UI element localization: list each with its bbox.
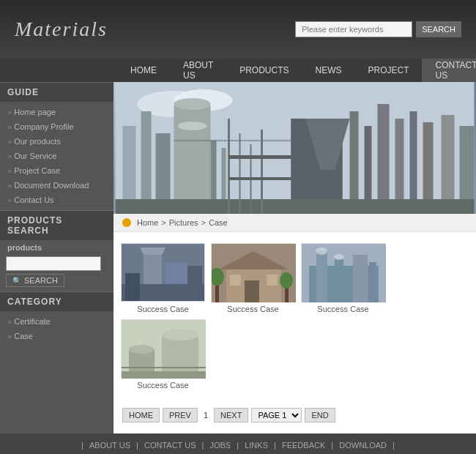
case-thumb-4[interactable] — [121, 319, 205, 378]
pagination: HOME PREV 1 NEXT PAGE 1 END — [114, 401, 476, 430]
sidebar-item-service[interactable]: Our Service — [0, 149, 114, 163]
main-layout: GUIDE Home page Company Profile Our prod… — [0, 82, 476, 433]
case-label-4: Success Case — [121, 381, 205, 390]
svg-rect-15 — [350, 111, 359, 214]
footer-links: | ABOUT US | CONTACT US | JOBS | LINKS |… — [7, 441, 469, 450]
footer-about[interactable]: ABOUT US — [89, 441, 130, 450]
products-label: products — [0, 240, 114, 252]
svg-rect-36 — [125, 273, 140, 302]
content-area: Home > Pictures > Case — [114, 82, 476, 433]
sidebar-item-project[interactable]: Project Case — [0, 163, 114, 178]
case-item-4: Success Case — [121, 319, 205, 390]
svg-point-47 — [280, 272, 293, 289]
products-search-input[interactable] — [6, 256, 101, 271]
case-thumb-3[interactable] — [301, 243, 385, 302]
svg-rect-41 — [245, 280, 259, 302]
footer-contact[interactable]: CONTACT US — [144, 441, 196, 450]
sidebar-item-case[interactable]: Case — [0, 329, 114, 343]
nav-project[interactable]: PROJECT — [354, 59, 422, 82]
svg-rect-61 — [122, 371, 206, 379]
pagination-page-num: 1 — [201, 411, 211, 420]
search-area: SEARCH — [295, 21, 461, 37]
case-label-2: Success Case — [211, 305, 295, 313]
svg-point-7 — [174, 98, 211, 110]
svg-rect-37 — [187, 266, 202, 302]
svg-rect-53 — [369, 262, 376, 302]
products-search-title: PRODUCTS SEARCH — [0, 210, 114, 240]
footer-sep: | — [81, 441, 86, 450]
svg-rect-23 — [116, 199, 475, 214]
products-search-button[interactable]: SEARCH — [6, 274, 64, 287]
sidebar: GUIDE Home page Company Profile Our prod… — [0, 82, 114, 433]
svg-marker-34 — [140, 248, 166, 255]
svg-rect-21 — [442, 115, 455, 214]
hero-banner — [114, 82, 476, 214]
case-item-2: Success Case — [211, 243, 295, 313]
pagination-end[interactable]: END — [305, 408, 335, 423]
svg-point-8 — [178, 122, 207, 130]
sidebar-item-certificate[interactable]: Certificate — [0, 314, 114, 329]
pagination-page-select[interactable]: PAGE 1 — [251, 408, 302, 423]
svg-point-60 — [162, 329, 198, 340]
svg-point-55 — [334, 254, 344, 260]
nav-home[interactable]: HOME — [117, 59, 170, 82]
sidebar-item-contact[interactable]: Contact Us — [0, 193, 114, 207]
category-title: CATEGORY — [0, 291, 114, 311]
breadcrumb-sep2: > — [201, 218, 206, 227]
products-search: SEARCH — [0, 252, 114, 291]
case-label-1: Success Case — [121, 305, 205, 313]
case-thumb-2[interactable] — [211, 243, 295, 302]
nav-news[interactable]: NEWS — [302, 59, 354, 82]
svg-rect-29 — [229, 155, 291, 159]
svg-rect-4 — [141, 111, 152, 214]
svg-point-54 — [316, 248, 327, 255]
pagination-prev[interactable]: PREV — [163, 408, 198, 423]
svg-rect-6 — [174, 104, 211, 214]
guide-links: Home page Company Profile Our products O… — [0, 102, 114, 210]
nav-contact[interactable]: CONTACT US — [422, 59, 476, 82]
breadcrumb-home[interactable]: Home — [137, 218, 158, 227]
cases-grid: Success Case — [114, 232, 476, 401]
search-input[interactable] — [295, 21, 412, 37]
case-item-3: Success Case — [301, 243, 385, 313]
svg-rect-43 — [267, 275, 278, 286]
footer: | ABOUT US | CONTACT US | JOBS | LINKS |… — [0, 433, 476, 454]
svg-rect-19 — [410, 111, 417, 214]
search-button[interactable]: SEARCH — [416, 21, 461, 37]
sidebar-item-products[interactable]: Our products — [0, 134, 114, 149]
logo: Materials — [15, 18, 108, 41]
main-nav: HOME ABOUT US PRODUCTS NEWS PROJECT CONT… — [0, 59, 476, 82]
case-item-1: Success Case — [121, 243, 205, 313]
pagination-next[interactable]: NEXT — [214, 408, 248, 423]
svg-rect-50 — [316, 251, 327, 302]
header: Materials SEARCH — [0, 0, 476, 59]
guide-title: GUIDE — [0, 82, 114, 102]
case-label-3: Success Case — [301, 305, 385, 313]
sidebar-item-home[interactable]: Home page — [0, 105, 114, 119]
home-icon — [122, 218, 131, 227]
nav-products[interactable]: PRODUCTS — [226, 59, 302, 82]
nav-about[interactable]: ABOUT US — [170, 59, 226, 82]
sidebar-item-download[interactable]: Document Download — [0, 178, 114, 193]
svg-rect-52 — [353, 255, 368, 302]
sidebar-item-company[interactable]: Company Profile — [0, 119, 114, 134]
category-links: Certificate Case — [0, 311, 114, 346]
svg-rect-51 — [335, 258, 343, 302]
pagination-home[interactable]: HOME — [122, 408, 160, 423]
case-thumb-1[interactable] — [121, 243, 205, 302]
svg-rect-17 — [378, 104, 390, 214]
breadcrumb-sep1: > — [161, 218, 166, 227]
svg-rect-30 — [229, 177, 291, 180]
breadcrumb-case: Case — [209, 218, 228, 227]
breadcrumb: Home > Pictures > Case — [114, 214, 476, 232]
footer-download[interactable]: DOWNLOAD — [339, 441, 387, 450]
breadcrumb-pictures[interactable]: Pictures — [169, 218, 198, 227]
footer-links-link[interactable]: LINKS — [245, 441, 268, 450]
svg-point-58 — [129, 345, 154, 354]
footer-feedback[interactable]: FEEDBACK — [282, 441, 325, 450]
footer-jobs[interactable]: JOBS — [209, 441, 231, 450]
svg-rect-42 — [230, 275, 241, 286]
